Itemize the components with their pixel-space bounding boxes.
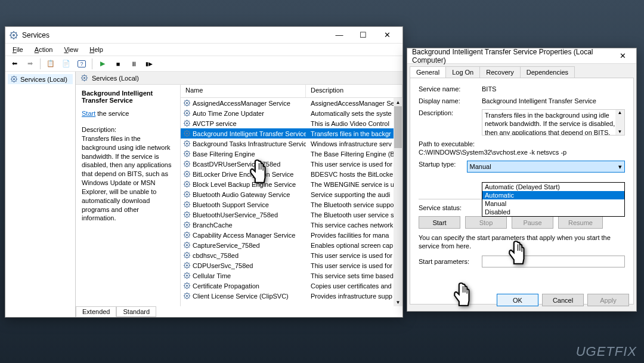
apply-button[interactable]: Apply — [587, 294, 629, 306]
close-button[interactable]: ✕ — [614, 48, 631, 64]
list-row[interactable]: Block Level Backup Engine ServiceThe WBE… — [181, 179, 402, 189]
start-params-input[interactable] — [482, 256, 625, 267]
list-row[interactable]: BranchCacheThis service caches network — [181, 220, 402, 230]
pause-button[interactable]: ⏸ — [127, 57, 140, 70]
tab-recovery[interactable]: Recovery — [479, 66, 520, 78]
show-hide-tree-button[interactable]: 📋 — [44, 57, 57, 70]
play-button[interactable]: ▶ — [96, 57, 109, 70]
label-startup-type: Startup type: — [419, 161, 467, 168]
bottom-tabs: Extended Standard — [76, 306, 156, 317]
desc-scrollbar[interactable]: ▲ ▼ — [615, 110, 624, 135]
scroll-up[interactable]: ▲ — [394, 98, 402, 106]
menu-file[interactable]: File — [8, 45, 28, 54]
watermark: UGETFIX — [576, 344, 637, 359]
column-description[interactable]: Description — [306, 85, 402, 97]
gear-icon — [183, 109, 191, 117]
list-row[interactable]: AVCTP serviceThis is Audio Video Control — [181, 118, 402, 128]
scrollbar[interactable]: ▲ ▼ — [394, 98, 402, 306]
value-path: C:\WINDOWS\System32\svchost.exe -k netsv… — [419, 149, 566, 156]
startup-type-combobox[interactable]: Manual ▾ — [467, 161, 625, 173]
gear-icon — [183, 221, 191, 229]
description-text: Transfers files in the background using … — [82, 134, 174, 223]
services-window: Services — ☐ ✕ File Action View Help ⬅ ➡… — [5, 26, 403, 318]
props-body: Service name: BITS Display name: Backgro… — [410, 78, 634, 304]
list-row[interactable]: Auto Time Zone UpdaterAutomatically sets… — [181, 108, 402, 118]
pane-header: Services (Local) — [76, 72, 402, 85]
start-service-link[interactable]: Start — [82, 110, 95, 117]
back-button[interactable]: ⬅ — [8, 57, 21, 70]
tab-extended[interactable]: Extended — [76, 307, 116, 317]
label-display-name: Display name: — [419, 97, 482, 104]
list-row[interactable]: cbdhsvc_758edThis user service is used f… — [181, 250, 402, 260]
label-path: Path to executable: — [419, 140, 475, 147]
list-row[interactable]: Background Tasks Infrastructure ServiceW… — [181, 139, 402, 149]
description-box: Transfers files in the background using … — [482, 109, 625, 136]
forward-button[interactable]: ➡ — [23, 57, 36, 70]
list-row[interactable]: BitLocker Drive Encryption ServiceBDESVC… — [181, 169, 402, 179]
minimize-button[interactable]: — — [327, 27, 351, 43]
list-row[interactable]: Capability Access Manager ServiceProvide… — [181, 230, 402, 240]
help-text: You can specify the start parameters tha… — [419, 233, 625, 251]
pause-button[interactable]: Pause — [512, 216, 553, 229]
list-row[interactable]: BcastDVRUserService_758edThis user servi… — [181, 159, 402, 169]
tree-pane: Services (Local) — [5, 72, 76, 317]
properties-window: Background Intelligent Transfer Service … — [407, 48, 637, 312]
list-row[interactable]: Client License Service (ClipSVC)Provides… — [181, 291, 402, 301]
export-button[interactable]: 📄 — [60, 57, 73, 70]
gear-icon — [183, 130, 191, 137]
list-row[interactable]: Bluetooth Support ServiceThe Bluetooth s… — [181, 199, 402, 210]
menu-help[interactable]: Help — [85, 45, 108, 54]
menu-action[interactable]: Action — [30, 45, 58, 54]
resume-button[interactable]: Resume — [558, 216, 603, 229]
column-name[interactable]: Name — [181, 85, 306, 97]
ok-button[interactable]: OK — [497, 294, 538, 306]
restart-button[interactable]: ▮▶ — [143, 57, 156, 70]
window-title: Services — [22, 31, 327, 39]
maximize-button[interactable]: ☐ — [351, 27, 375, 43]
list-row[interactable]: Bluetooth Audio Gateway ServiceService s… — [181, 189, 402, 199]
props-titlebar: Background Intelligent Transfer Service … — [407, 48, 636, 64]
list-row[interactable]: Cellular TimeThis service sets time base… — [181, 270, 402, 281]
gear-icon — [183, 241, 191, 249]
tab-general[interactable]: General — [410, 66, 446, 78]
gear-icon — [183, 272, 191, 279]
scroll-down[interactable]: ▼ — [394, 298, 402, 306]
gear-icon — [183, 119, 191, 127]
tab-dependencies[interactable]: Dependencies — [520, 66, 575, 78]
service-list[interactable]: AssignedAccessManager ServiceAssignedAcc… — [181, 98, 402, 301]
list-row[interactable]: BluetoothUserService_758edThe Bluetooth … — [181, 210, 402, 220]
scroll-thumb[interactable] — [394, 106, 402, 148]
stop-button[interactable]: Stop — [465, 216, 507, 229]
right-pane: Services (Local) Background Intelligent … — [76, 72, 402, 317]
list-row[interactable]: CaptureService_758edEnables optional scr… — [181, 240, 402, 250]
tree-item-services-local[interactable]: Services (Local) — [8, 74, 73, 84]
stop-button[interactable]: ■ — [112, 57, 125, 70]
startup-type-dropdown[interactable]: Automatic (Delayed Start) Automatic Manu… — [482, 182, 625, 217]
list-row[interactable]: Certificate PropagationCopies user certi… — [181, 281, 402, 291]
help-button[interactable]: ? — [75, 57, 88, 70]
gear-icon — [80, 74, 88, 82]
list-pane: Name Description AssignedAccessManager S… — [181, 85, 402, 306]
menubar: File Action View Help — [5, 44, 402, 56]
tab-logon[interactable]: Log On — [445, 66, 480, 78]
label-service-name: Service name: — [419, 85, 482, 93]
chevron-down-icon: ▾ — [618, 163, 622, 171]
cancel-button[interactable]: Cancel — [542, 294, 584, 306]
option-disabled[interactable]: Disabled — [482, 208, 624, 216]
option-automatic[interactable]: Automatic — [482, 191, 624, 199]
props-tabs: General Log On Recovery Dependencies — [407, 64, 636, 78]
start-button[interactable]: Start — [419, 216, 460, 229]
menu-view[interactable]: View — [59, 45, 83, 54]
gear-icon — [183, 231, 191, 239]
description-label: Description: — [82, 125, 174, 134]
list-row[interactable]: Background Intelligent Transfer ServiceT… — [181, 128, 402, 139]
close-button[interactable]: ✕ — [375, 27, 399, 43]
option-auto-delayed[interactable]: Automatic (Delayed Start) — [482, 183, 624, 191]
list-header: Name Description — [181, 85, 402, 98]
tab-standard[interactable]: Standard — [116, 307, 156, 317]
list-row[interactable]: Base Filtering EngineThe Base Filtering … — [181, 149, 402, 159]
option-manual[interactable]: Manual — [482, 199, 624, 208]
list-row[interactable]: CDPUserSvc_758edThis user service is use… — [181, 260, 402, 270]
list-row[interactable]: AssignedAccessManager ServiceAssignedAcc… — [181, 98, 402, 108]
gear-icon — [183, 211, 191, 219]
